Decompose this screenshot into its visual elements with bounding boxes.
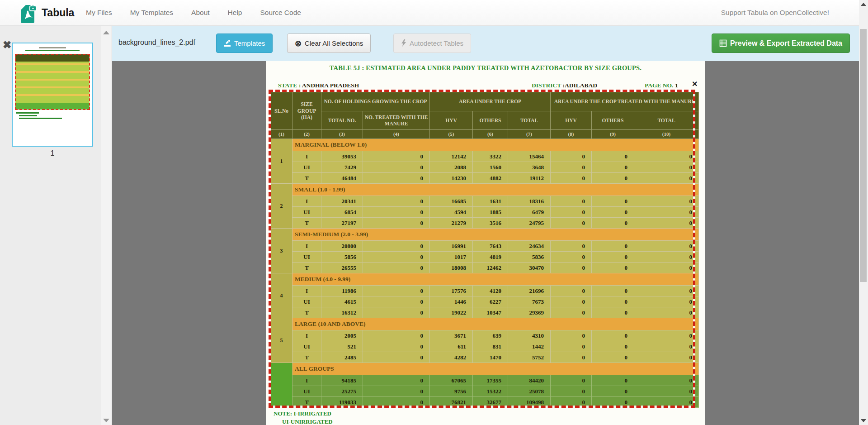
clear-selections-label: Clear All Selections — [305, 39, 363, 47]
menu-item-my-templates[interactable]: My Templates — [130, 9, 173, 17]
preview-export-label: Preview & Export Extracted Data — [730, 39, 842, 48]
pdf-page[interactable]: TABLE 5J : ESTIMATED AREA UNDER PADDY TR… — [266, 61, 705, 425]
top-navbar: Tabula My Files My Templates About Help … — [0, 0, 859, 26]
thumbnail-subtitle-line — [25, 50, 80, 51]
thumbnail-page-number: 1 — [12, 149, 93, 158]
brand-title[interactable]: Tabula — [42, 0, 74, 25]
export-table-icon — [719, 39, 727, 47]
note-line-1: NOTE: I-IRRIGATED — [274, 410, 331, 417]
document-table-title: TABLE 5J : ESTIMATED AREA UNDER PADDY TR… — [266, 64, 705, 72]
page-thumbnail[interactable] — [12, 43, 93, 147]
window-scrollbar[interactable] — [859, 0, 868, 425]
thumbnail-table — [15, 54, 90, 110]
document-filename: background_lines_2.pdf — [118, 38, 195, 47]
autodetect-tables-button: Autodetect Tables — [393, 33, 471, 53]
district-text: DISTRICT :ADILABAD — [532, 82, 597, 89]
scrollbar-thumb[interactable] — [860, 29, 867, 282]
menu-item-help[interactable]: Help — [228, 9, 242, 17]
pdf-canvas: TABLE 5J : ESTIMATED AREA UNDER PADDY TR… — [112, 61, 859, 425]
tabula-logo-icon[interactable] — [21, 3, 37, 23]
thumbnail-selection-outline — [15, 54, 90, 110]
support-link[interactable]: Support Tabula on OpenCollective! — [721, 0, 829, 25]
templates-button-label: Templates — [234, 39, 265, 47]
lightning-icon — [401, 39, 406, 47]
sidebar-scroll-up-icon[interactable] — [103, 31, 109, 34]
selection-close-icon[interactable]: ✕ — [692, 80, 698, 88]
clear-selections-icon: ⊗ — [295, 39, 302, 48]
sidebar-scroll-down-icon[interactable] — [103, 419, 109, 422]
scroll-down-icon[interactable] — [861, 419, 866, 422]
document-toolbar: background_lines_2.pdf Templates ⊗ Clear… — [112, 25, 859, 61]
menu-item-source-code[interactable]: Source Code — [260, 9, 301, 17]
scroll-up-icon[interactable] — [861, 3, 866, 6]
thumbnail-title-line — [39, 47, 66, 48]
remove-page-icon[interactable]: ✖ — [3, 39, 11, 51]
preview-export-button[interactable]: Preview & Export Extracted Data — [712, 33, 850, 53]
page-thumbnail-sidebar: ✖ 1 — [0, 25, 112, 425]
templates-button[interactable]: Templates — [216, 33, 273, 53]
tabula-app-window: Tabula My Files My Templates About Help … — [0, 0, 868, 425]
templates-icon — [224, 40, 231, 47]
autodetect-tables-label: Autodetect Tables — [410, 39, 463, 47]
sidebar-scrollbar[interactable] — [101, 25, 111, 425]
menu-item-my-files[interactable]: My Files — [86, 9, 112, 17]
page-no-text: PAGE NO. 1 — [645, 82, 678, 89]
state-text: STATE : ANDHRA PRADESH — [278, 82, 359, 89]
table-selection-region[interactable] — [269, 90, 695, 408]
note-line-2: UI-UNIRRIGATED — [282, 418, 333, 425]
main-menu: My Files My Templates About Help Source … — [86, 0, 301, 25]
menu-item-about[interactable]: About — [191, 9, 210, 17]
clear-all-selections-button[interactable]: ⊗ Clear All Selections — [287, 33, 371, 53]
